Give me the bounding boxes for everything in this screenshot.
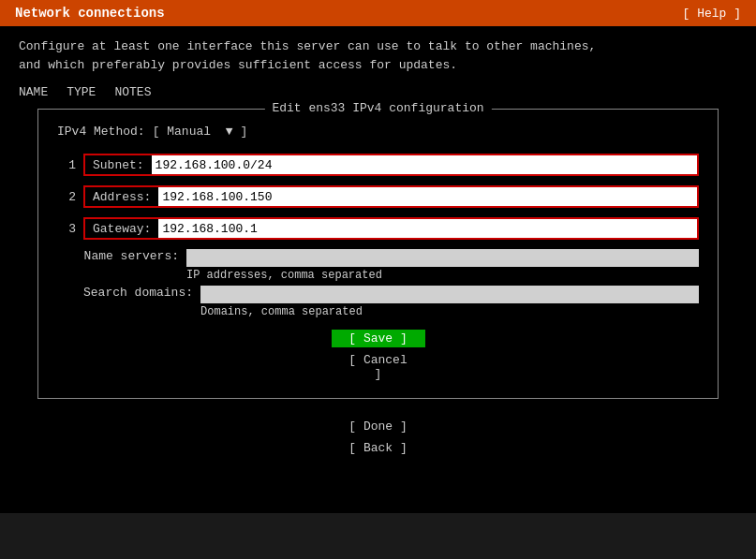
gateway-input[interactable] [158, 219, 697, 238]
subnet-input[interactable] [152, 155, 697, 174]
back-button[interactable]: [ Back ] [318, 439, 439, 457]
description-line2: and which preferably provides sufficient… [19, 56, 737, 75]
subnet-number: 1 [57, 158, 76, 172]
gateway-input-wrapper: Gateway: [83, 217, 699, 240]
searchdomains-input[interactable] [200, 286, 699, 303]
subnet-input-wrapper: Subnet: [83, 154, 699, 176]
subnet-row: 1 Subnet: [57, 154, 699, 176]
address-input[interactable] [158, 187, 697, 206]
dialog-title: Edit ens33 IPv4 configuration [264, 101, 491, 115]
description: Configure at least one interface this se… [19, 37, 737, 74]
method-label: IPv4 Method: [57, 125, 145, 139]
main-content: Configure at least one interface this se… [0, 26, 756, 513]
help-button[interactable]: [ Help ] [683, 7, 741, 21]
col-name: NAME [19, 85, 48, 99]
save-button[interactable]: [ Save ] [332, 330, 425, 347]
app-title: Network connections [15, 6, 165, 21]
address-number: 2 [57, 190, 76, 204]
searchdomains-hint: Domains, comma separated [200, 305, 699, 318]
cancel-button[interactable]: [ Cancel ] [332, 351, 425, 383]
method-value: [ Manual [153, 125, 211, 139]
address-row: 2 Address: [57, 185, 699, 208]
nameservers-row: Name servers: IP addresses, comma separa… [57, 249, 699, 282]
address-label: Address: [85, 188, 158, 206]
gateway-label: Gateway: [85, 220, 158, 238]
nameservers-label: Name servers: [83, 249, 186, 263]
done-button[interactable]: [ Done ] [318, 418, 439, 435]
edit-dialog: Edit ens33 IPv4 configuration IPv4 Metho… [37, 109, 719, 399]
title-bar: Network connections [ Help ] [0, 0, 756, 26]
bottom-buttons: [ Done ] [ Back ] [19, 418, 737, 457]
nameservers-input[interactable] [186, 249, 699, 267]
column-headers: NAME TYPE NOTES [19, 85, 737, 99]
address-input-wrapper: Address: [83, 185, 699, 208]
description-line1: Configure at least one interface this se… [19, 37, 737, 56]
searchdomains-row: Search domains: Domains, comma separated [57, 286, 699, 318]
col-notes: NOTES [114, 85, 151, 99]
gateway-row: 3 Gateway: [57, 217, 699, 240]
searchdomains-label: Search domains: [83, 286, 200, 300]
action-buttons: [ Save ] [ Cancel ] [57, 330, 699, 383]
gateway-number: 3 [57, 222, 76, 236]
method-dropdown[interactable]: [ Manual ▼ ] [153, 125, 248, 139]
nameservers-hint: IP addresses, comma separated [186, 269, 699, 282]
subnet-label: Subnet: [85, 156, 152, 174]
method-arrow: ▼ ] [226, 125, 247, 139]
col-type: TYPE [67, 85, 96, 99]
method-row: IPv4 Method: [ Manual ▼ ] [57, 125, 699, 139]
